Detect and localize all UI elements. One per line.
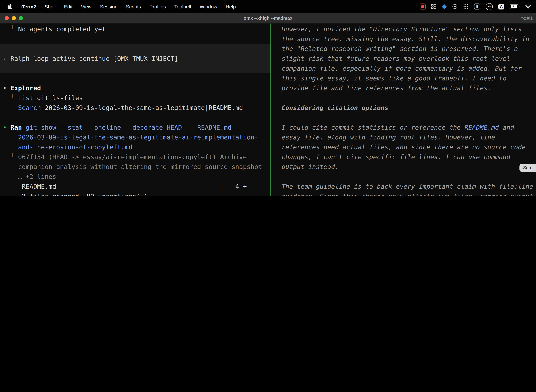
menu-item-help[interactable]: Help [221, 4, 240, 9]
terminal-line [271, 172, 536, 182]
menu-item-edit[interactable]: Edit [60, 4, 77, 9]
blue-app-icon[interactable] [442, 4, 447, 9]
terminal-line: • Explored [0, 83, 270, 93]
prompt-box[interactable]: › Ralph loop active continue [OMX_TMUX_I… [0, 44, 270, 73]
terminal-line: essay file, along with finding root file… [271, 132, 536, 142]
terminal-line: Considering citation options [271, 103, 536, 113]
terminal-line [0, 73, 270, 83]
text-segment: └ [3, 94, 18, 102]
terminal-line: slight risk that future readers may over… [271, 54, 536, 64]
menu-item-window[interactable]: Window [196, 4, 222, 9]
screen: iTerm2ShellEditViewSessionScriptsProfile… [0, 0, 536, 196]
terminal-line: The team guideline is to back every impo… [271, 182, 536, 191]
keypad-8-icon[interactable]: 8 [474, 4, 480, 9]
terminal-line [271, 93, 536, 103]
terminal-line: references need actual files, and since … [271, 142, 536, 152]
cpu-gauge-icon[interactable]: .61 [486, 3, 493, 10]
terminal-line: Search 2026-03-09-is-legal-the-same-as-l… [0, 103, 270, 113]
minimize-button[interactable] [12, 16, 16, 20]
text-segment: • [3, 84, 10, 92]
text-segment: README.md | 4 + [3, 183, 247, 190]
text-segment: Explored [10, 84, 41, 92]
text-segment: slight risk that future readers may over… [274, 55, 510, 62]
window-shortcut: ⌥⌘1 [521, 13, 533, 23]
text-segment: I could cite commit statistics or refere… [274, 124, 464, 131]
menu-item-scripts[interactable]: Scripts [122, 4, 145, 9]
terminal-line: the source tree, missing the essay. Stil… [271, 34, 536, 44]
window-title: omx --xhigh --madmax [0, 13, 536, 23]
battery-cap [519, 6, 519, 7]
text-segment: However, I noticed the "Directory Struct… [274, 25, 522, 33]
terminal-line: I could cite commit statistics or refere… [271, 123, 536, 132]
terminal-line: 2 files changed, 92 insertions(+) [0, 191, 270, 196]
text-segment: └ 067f154 (HEAD -> essay/ai-reimplementa… [3, 153, 247, 160]
text-segment: 2 files changed, 92 insertions(+) [3, 192, 148, 196]
menu-item-iterm2[interactable]: iTerm2 [16, 4, 40, 9]
terminal-pane-left[interactable]: └ No agents completed yet› Ralph loop ac… [0, 23, 270, 196]
text-segment: Search [18, 104, 41, 111]
zoom-button[interactable] [19, 16, 23, 20]
terminal-line: changes, I can't cite specific file line… [271, 152, 536, 162]
menu-item-view[interactable]: View [77, 4, 96, 9]
text-segment: └ [3, 25, 18, 33]
terminal-line: └ 067f154 (HEAD -> essay/ai-reimplementa… [0, 152, 270, 162]
terminal-line: the "Related research writing" section i… [271, 44, 536, 54]
text-segment [22, 124, 26, 131]
battery-icon[interactable]: ⚡ [510, 4, 519, 9]
terminal-pane-right[interactable]: However, I noticed the "Directory Struct… [271, 23, 536, 196]
text-segment: 2026-03-09-is-legal-the-same-as-legitima… [3, 134, 258, 141]
window-title-bar[interactable]: omx --xhigh --madmax ⌥⌘1 [0, 13, 536, 23]
text-segment [3, 104, 18, 111]
text-segment: • [3, 124, 10, 131]
text-segment: git show --stat --oneline --decorate HEA… [26, 124, 231, 131]
text-segment: README.md [464, 124, 499, 131]
text-segment: › [3, 55, 10, 62]
wifi-icon[interactable] [525, 4, 531, 9]
text-segment: this single essay, it seems like a good … [274, 75, 507, 82]
recording-dot [421, 5, 424, 8]
terminal-line: └ No agents completed yet [0, 24, 270, 34]
terminal-line: provide file and line references from th… [271, 83, 536, 93]
terminal-line: › Ralph loop active continue [OMX_TMUX_I… [0, 54, 181, 64]
battery-body: ⚡ [510, 4, 518, 9]
dots-grid-icon[interactable] [463, 4, 469, 9]
cpu-gauge-value: .61 [488, 5, 491, 8]
text-segment: 2026-03-09-is-legal-the-same-as-legitima… [41, 104, 243, 111]
text-segment: output instead. [274, 163, 339, 170]
terminal-line [271, 113, 536, 123]
menu-bar: iTerm2ShellEditViewSessionScriptsProfile… [0, 0, 536, 13]
menu-item-profiles[interactable]: Profiles [145, 4, 170, 9]
text-segment: references need actual files, and since … [274, 143, 526, 151]
terminal: └ No agents completed yet› Ralph loop ac… [0, 23, 536, 196]
text-segment: and-the-erosion-of-copyleft.md [3, 143, 132, 151]
text-segment: changes, I can't cite specific file line… [274, 153, 510, 160]
text-segment: Ran [10, 124, 22, 131]
menu-item-toolbelt[interactable]: Toolbelt [170, 4, 196, 9]
terminal-line: and-the-erosion-of-copyleft.md [0, 142, 270, 152]
text-segment: No agents completed yet [18, 25, 106, 33]
text-segment: evidence. Since this change only affects… [274, 192, 533, 196]
window-grid-icon[interactable] [431, 4, 436, 9]
terminal-line: └ List git ls-files [0, 93, 270, 103]
screen-badge[interactable]: Scre [520, 164, 536, 172]
circle-app-icon[interactable] [452, 4, 458, 9]
apple-menu-icon[interactable] [0, 4, 16, 9]
input-source-icon[interactable]: A [498, 4, 504, 9]
terminal-line: … +2 lines [0, 172, 270, 182]
text-segment: the source tree, missing the essay. Stil… [274, 35, 529, 42]
close-button[interactable] [5, 16, 9, 20]
terminal-line: evidence. Since this change only affects… [271, 191, 536, 196]
charging-bolt-icon: ⚡ [512, 4, 515, 9]
terminal-line [0, 34, 270, 44]
terminal-line: companion file, especially if more comme… [271, 64, 536, 73]
menu-items: iTerm2ShellEditViewSessionScriptsProfile… [16, 4, 240, 9]
screen-recording-icon[interactable] [420, 4, 426, 9]
terminal-line: README.md | 4 + [0, 182, 270, 191]
terminal-line: However, I noticed the "Directory Struct… [271, 24, 536, 34]
menu-item-session[interactable]: Session [96, 4, 122, 9]
menu-item-shell[interactable]: Shell [40, 4, 60, 9]
text-segment: and [499, 124, 514, 131]
text-segment: provide file and line references from th… [274, 84, 491, 92]
terminal-line: 2026-03-09-is-legal-the-same-as-legitima… [0, 132, 270, 142]
text-segment: git ls-files [33, 94, 83, 102]
